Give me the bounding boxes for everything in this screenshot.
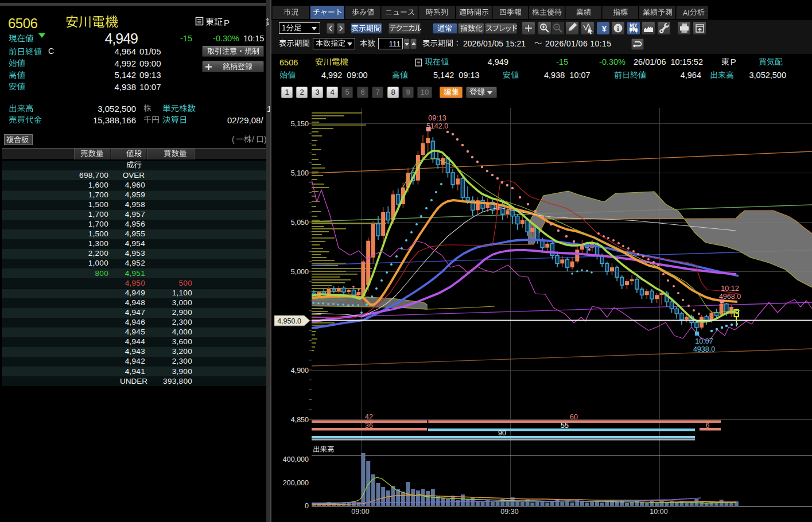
svg-text:6: 6 [706, 422, 710, 430]
svg-text:4,850: 4,850 [291, 416, 309, 424]
svg-text:200,000: 200,000 [283, 479, 309, 487]
svg-text:4,950.0: 4,950.0 [277, 317, 301, 325]
svg-text:5,100: 5,100 [291, 169, 309, 177]
svg-text:4968.0: 4968.0 [719, 293, 741, 301]
svg-text:10:00: 10:00 [650, 508, 667, 516]
svg-text:5142.0: 5142.0 [426, 122, 448, 130]
svg-text:5,050: 5,050 [291, 219, 309, 227]
svg-text:5,000: 5,000 [291, 268, 309, 276]
svg-text:¥: ¥ [602, 24, 607, 33]
svg-text:4,900: 4,900 [291, 367, 309, 375]
svg-text:4938.0: 4938.0 [693, 345, 715, 353]
svg-text:400,000: 400,000 [283, 455, 309, 463]
svg-text:60: 60 [570, 413, 578, 421]
svg-text:36: 36 [365, 422, 373, 430]
svg-text:09:13: 09:13 [428, 114, 446, 122]
svg-text:5,150: 5,150 [291, 120, 309, 128]
svg-text:55: 55 [561, 422, 569, 430]
svg-text:09:00: 09:00 [351, 508, 369, 516]
svg-text:90: 90 [498, 429, 506, 437]
svg-text:42: 42 [365, 413, 373, 421]
svg-text:0: 0 [305, 502, 309, 510]
svg-text:09:30: 09:30 [500, 508, 518, 516]
svg-text:10:12: 10:12 [721, 285, 739, 293]
svg-text:10:07: 10:07 [695, 337, 713, 345]
